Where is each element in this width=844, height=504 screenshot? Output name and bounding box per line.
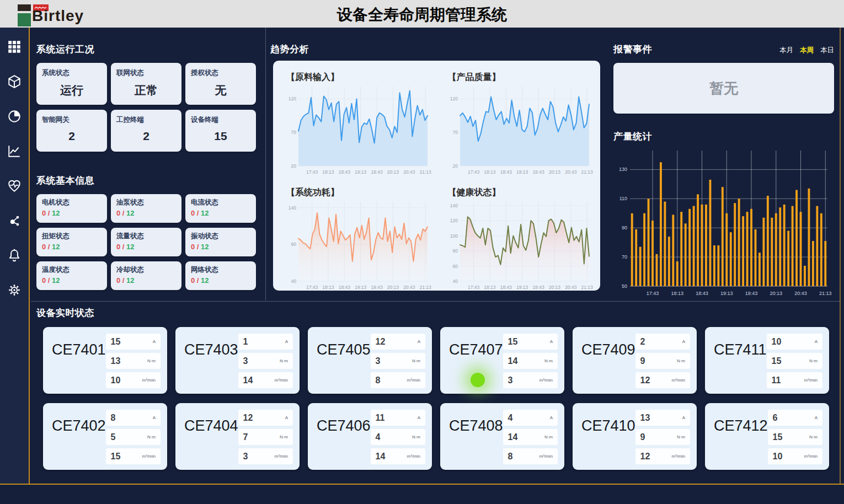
status-card[interactable]: 联网状态 正常 [111,63,181,105]
device-card[interactable]: CE7409 2 A 9 N·m 12 m³/min [573,327,697,394]
device-card[interactable]: CE7412 6 A 15 N·m 10 m³/min [705,403,829,470]
device-metric-row: 1 A [238,334,293,350]
device-metric-row: 2 A [635,334,690,350]
device-metric-value: 9 [640,356,645,366]
device-metric-unit: A [285,415,288,420]
device-name: CE7409 [581,341,635,388]
device-card[interactable]: CE7406 11 A 4 N·m 14 m³/min [308,403,432,470]
svg-text:20:43: 20:43 [403,169,415,175]
sidebar-item-statistics[interactable] [6,108,23,125]
svg-text:19:43: 19:43 [532,285,544,290]
svg-text:21:13: 21:13 [581,169,593,175]
device-metric-row: 14 N·m [503,353,558,369]
device-card[interactable]: CE7402 8 A 5 N·m 15 m³/min [43,403,167,470]
alarm-tab[interactable]: 本月 [779,46,793,55]
device-metric-row: 8 m³/min [371,372,425,388]
svg-text:19:43: 19:43 [371,169,383,175]
device-metric-value: 4 [508,413,513,423]
svg-text:20: 20 [291,163,297,169]
info-card[interactable]: 扭矩状态 0 / 12 [36,228,107,256]
device-card[interactable]: CE7410 13 A 9 N·m 12 m³/min [573,403,697,470]
status-card[interactable]: 设备终端 15 [185,110,256,152]
sidebar-item-trend[interactable] [6,143,23,159]
device-metric-unit: m³/min [804,454,818,459]
device-metric-unit: A [550,415,553,420]
section-divider [31,301,841,302]
sidebar-item-alerts[interactable] [6,247,23,264]
sidebar-item-settings[interactable] [6,282,23,298]
status-card[interactable]: 系统状态 运行 [36,63,107,105]
device-card[interactable]: CE7404 12 A 7 N·m 3 m³/min [175,403,300,470]
info-card[interactable]: 电流状态 0 / 12 [185,194,256,223]
svg-text:20:13: 20:13 [548,285,560,290]
device-card[interactable]: CE7401 15 A 13 N·m 10 m³/min [43,327,167,394]
bell-icon [7,248,22,262]
line-chart-icon [7,144,22,158]
trend-panel: 【原料输入】 17:4318:1318:4319:1319:4320:1320:… [273,61,600,291]
device-metric-unit: m³/min [407,454,420,459]
device-metric-row: 3 N·m [238,353,293,369]
device-card[interactable]: CE7403 1 A 3 N·m 14 m³/min [175,327,300,394]
device-metrics: 11 A 4 N·m 14 m³/min [371,410,425,464]
device-metric-unit: m³/min [804,378,818,383]
right-edge-divider [840,28,841,484]
device-metric-unit: m³/min [539,378,553,383]
alarm-tab[interactable]: 本日 [820,46,834,55]
svg-text:20:43: 20:43 [565,169,577,175]
device-metric-unit: m³/min [142,378,156,383]
device-name: CE7411 [714,341,767,388]
sidebar-item-network[interactable] [6,212,23,229]
device-metric-unit: m³/min [539,454,553,459]
sidebar-item-health[interactable] [6,178,23,194]
info-card[interactable]: 冷却状态 0 / 12 [111,261,181,290]
device-metric-value: 7 [243,432,248,442]
info-card-label: 振动状态 [191,232,250,241]
status-card[interactable]: 工控终端 2 [111,110,181,152]
info-card-value: 0 / 12 [116,243,176,251]
device-metric-unit: A [815,339,818,344]
svg-text:90: 90 [291,242,297,247]
device-metric-value: 15 [773,432,783,442]
alarm-tab[interactable]: 本周 [800,46,814,55]
info-card[interactable]: 网络状态 0 / 12 [185,261,256,290]
device-metric-value: 6 [773,413,778,423]
device-metric-row: 11 A [371,410,425,426]
device-metrics: 15 A 14 N·m 3 m³/min [503,334,558,388]
svg-text:21:13: 21:13 [581,285,593,290]
device-active-indicator [471,373,485,387]
status-card-value: 2 [42,130,102,143]
device-metric-value: 11 [772,376,781,385]
device-metrics: 12 A 7 N·m 3 m³/min [238,410,293,464]
svg-text:21:13: 21:13 [819,291,832,296]
info-card[interactable]: 电机状态 0 / 12 [36,194,107,223]
status-card[interactable]: 智能网关 2 [36,110,107,152]
device-metrics: 6 A 15 N·m 10 m³/min [768,410,822,464]
svg-text:20:13: 20:13 [548,169,560,175]
sidebar-item-apps[interactable] [6,39,23,55]
device-card[interactable]: CE7407 15 A 14 N·m 3 m³/min [440,327,564,394]
device-card[interactable]: CE7405 12 A 3 N·m 8 m³/min [308,327,432,394]
status-card-label: 工控终端 [116,115,176,125]
info-card-label: 网络状态 [191,265,250,275]
device-metric-value: 14 [376,452,386,462]
device-metric-row: 14 m³/min [238,372,293,388]
pie-chart-icon [7,109,22,124]
svg-text:20:43: 20:43 [794,291,807,296]
device-metric-unit: A [815,415,818,420]
device-card[interactable]: CE7411 10 A 15 N·m 11 m³/min [705,327,829,394]
info-card[interactable]: 油泵状态 0 / 12 [111,194,181,223]
info-card[interactable]: 流量状态 0 / 12 [111,228,181,256]
device-metric-row: 7 N·m [238,429,293,445]
device-metric-unit: m³/min [672,378,685,383]
system-info-grid: 电机状态 0 / 12 油泵状态 0 / 12 电流状态 0 / 12 扭矩状态… [36,194,266,290]
info-card[interactable]: 温度状态 0 / 12 [36,261,107,290]
sidebar-item-model[interactable] [6,73,23,90]
device-card[interactable]: CE7408 4 A 14 N·m 8 m³/min [440,403,564,470]
device-metric-row: 15 A [503,334,558,350]
device-metric-value: 3 [376,356,381,366]
svg-text:20:13: 20:13 [770,291,783,296]
device-name: CE7404 [184,417,238,464]
info-card[interactable]: 振动状态 0 / 12 [185,228,256,256]
svg-text:20:43: 20:43 [565,285,577,290]
status-card[interactable]: 授权状态 无 [185,63,256,105]
